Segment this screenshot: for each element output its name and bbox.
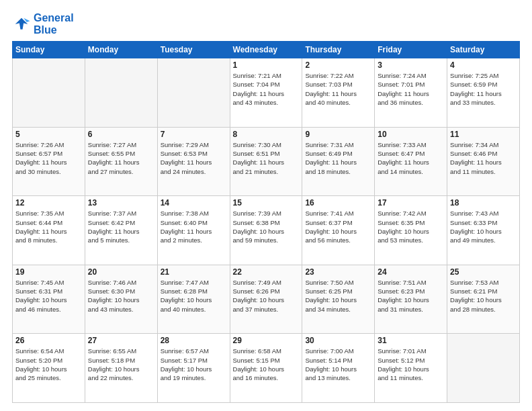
day-number: 3 [378, 60, 444, 70]
day-info: Sunrise: 7:24 AM Sunset: 7:01 PM Dayligh… [378, 71, 444, 107]
day-info: Sunrise: 7:26 AM Sunset: 6:57 PM Dayligh… [15, 140, 82, 176]
day-info: Sunrise: 7:43 AM Sunset: 6:33 PM Dayligh… [450, 209, 517, 244]
calendar-week-5: 26Sunrise: 6:54 AM Sunset: 5:20 PM Dayli… [13, 334, 520, 403]
day-info: Sunrise: 7:45 AM Sunset: 6:31 PM Dayligh… [15, 278, 82, 314]
calendar-cell: 30Sunrise: 7:00 AM Sunset: 5:14 PM Dayli… [302, 334, 375, 403]
day-number: 10 [378, 130, 444, 139]
day-number: 13 [88, 198, 154, 208]
calendar-week-3: 12Sunrise: 7:35 AM Sunset: 6:44 PM Dayli… [13, 196, 520, 265]
day-info: Sunrise: 7:38 AM Sunset: 6:40 PM Dayligh… [161, 209, 227, 244]
page: General Blue SundayMondayTuesdayWednesda… [0, 0, 532, 411]
day-number: 21 [161, 267, 227, 277]
day-number: 26 [15, 336, 82, 345]
calendar-table: SundayMondayTuesdayWednesdayThursdayFrid… [12, 41, 520, 403]
calendar-cell: 6Sunrise: 7:27 AM Sunset: 6:55 PM Daylig… [85, 127, 157, 196]
calendar-cell: 27Sunrise: 6:55 AM Sunset: 5:18 PM Dayli… [85, 334, 157, 403]
day-number: 2 [305, 60, 371, 70]
calendar-cell: 10Sunrise: 7:33 AM Sunset: 6:47 PM Dayli… [375, 127, 447, 196]
calendar-cell: 13Sunrise: 7:37 AM Sunset: 6:42 PM Dayli… [85, 196, 157, 265]
calendar-cell: 14Sunrise: 7:38 AM Sunset: 6:40 PM Dayli… [157, 196, 230, 265]
calendar-cell: 5Sunrise: 7:26 AM Sunset: 6:57 PM Daylig… [13, 127, 85, 196]
day-number: 20 [88, 267, 154, 277]
calendar-cell: 12Sunrise: 7:35 AM Sunset: 6:44 PM Dayli… [13, 196, 85, 265]
day-number: 17 [378, 198, 444, 208]
weekday-header-sunday: Sunday [13, 42, 85, 58]
calendar-cell: 9Sunrise: 7:31 AM Sunset: 6:49 PM Daylig… [302, 127, 375, 196]
logo-text: General Blue [34, 12, 74, 36]
calendar-cell: 3Sunrise: 7:24 AM Sunset: 7:01 PM Daylig… [375, 58, 447, 128]
day-number: 6 [88, 130, 154, 139]
day-info: Sunrise: 7:50 AM Sunset: 6:25 PM Dayligh… [305, 278, 371, 314]
day-info: Sunrise: 7:41 AM Sunset: 6:37 PM Dayligh… [305, 209, 371, 244]
calendar-cell: 29Sunrise: 6:58 AM Sunset: 5:15 PM Dayli… [230, 334, 302, 403]
day-info: Sunrise: 7:51 AM Sunset: 6:23 PM Dayligh… [378, 278, 444, 314]
day-number: 18 [450, 198, 517, 208]
calendar-cell: 21Sunrise: 7:47 AM Sunset: 6:28 PM Dayli… [157, 265, 230, 334]
day-info: Sunrise: 7:33 AM Sunset: 6:47 PM Dayligh… [378, 140, 444, 176]
day-info: Sunrise: 7:31 AM Sunset: 6:49 PM Dayligh… [305, 140, 371, 176]
calendar-cell: 22Sunrise: 7:49 AM Sunset: 6:26 PM Dayli… [230, 265, 302, 334]
day-info: Sunrise: 6:54 AM Sunset: 5:20 PM Dayligh… [15, 347, 82, 382]
day-number: 27 [88, 336, 154, 345]
calendar-header-row: SundayMondayTuesdayWednesdayThursdayFrid… [13, 42, 520, 58]
day-info: Sunrise: 7:30 AM Sunset: 6:51 PM Dayligh… [233, 140, 300, 176]
day-number: 19 [15, 267, 82, 277]
calendar-cell: 1Sunrise: 7:21 AM Sunset: 7:04 PM Daylig… [230, 58, 302, 128]
day-number: 29 [233, 336, 300, 345]
weekday-header-tuesday: Tuesday [157, 42, 230, 58]
logo-icon [12, 15, 31, 34]
calendar-cell: 26Sunrise: 6:54 AM Sunset: 5:20 PM Dayli… [13, 334, 85, 403]
day-info: Sunrise: 7:46 AM Sunset: 6:30 PM Dayligh… [88, 278, 154, 314]
day-info: Sunrise: 7:21 AM Sunset: 7:04 PM Dayligh… [233, 71, 300, 107]
day-info: Sunrise: 7:34 AM Sunset: 6:46 PM Dayligh… [450, 140, 517, 176]
day-number: 22 [233, 267, 300, 277]
day-number: 28 [161, 336, 227, 345]
weekday-header-monday: Monday [85, 42, 157, 58]
logo: General Blue [12, 12, 74, 36]
weekday-header-friday: Friday [375, 42, 447, 58]
day-info: Sunrise: 7:42 AM Sunset: 6:35 PM Dayligh… [378, 209, 444, 244]
day-number: 23 [305, 267, 371, 277]
day-info: Sunrise: 7:00 AM Sunset: 5:14 PM Dayligh… [305, 347, 371, 382]
calendar-week-2: 5Sunrise: 7:26 AM Sunset: 6:57 PM Daylig… [13, 127, 520, 196]
calendar-cell [447, 334, 520, 403]
calendar-cell: 31Sunrise: 7:01 AM Sunset: 5:12 PM Dayli… [375, 334, 447, 403]
calendar-cell: 17Sunrise: 7:42 AM Sunset: 6:35 PM Dayli… [375, 196, 447, 265]
day-info: Sunrise: 7:27 AM Sunset: 6:55 PM Dayligh… [88, 140, 154, 176]
calendar-cell: 4Sunrise: 7:25 AM Sunset: 6:59 PM Daylig… [447, 58, 520, 128]
day-info: Sunrise: 7:35 AM Sunset: 6:44 PM Dayligh… [15, 209, 82, 244]
weekday-header-thursday: Thursday [302, 42, 375, 58]
day-number: 8 [233, 130, 300, 139]
calendar-cell [85, 58, 157, 128]
day-number: 12 [15, 198, 82, 208]
calendar-cell: 23Sunrise: 7:50 AM Sunset: 6:25 PM Dayli… [302, 265, 375, 334]
day-number: 25 [450, 267, 517, 277]
calendar-cell: 7Sunrise: 7:29 AM Sunset: 6:53 PM Daylig… [157, 127, 230, 196]
day-info: Sunrise: 7:47 AM Sunset: 6:28 PM Dayligh… [161, 278, 227, 314]
weekday-header-saturday: Saturday [447, 42, 520, 58]
calendar-cell [13, 58, 85, 128]
calendar-cell: 15Sunrise: 7:39 AM Sunset: 6:38 PM Dayli… [230, 196, 302, 265]
calendar-cell: 8Sunrise: 7:30 AM Sunset: 6:51 PM Daylig… [230, 127, 302, 196]
day-number: 14 [161, 198, 227, 208]
day-info: Sunrise: 7:49 AM Sunset: 6:26 PM Dayligh… [233, 278, 300, 314]
calendar-cell: 24Sunrise: 7:51 AM Sunset: 6:23 PM Dayli… [375, 265, 447, 334]
day-number: 7 [161, 130, 227, 139]
day-info: Sunrise: 7:25 AM Sunset: 6:59 PM Dayligh… [450, 71, 517, 107]
day-info: Sunrise: 7:01 AM Sunset: 5:12 PM Dayligh… [378, 347, 444, 382]
calendar-cell: 20Sunrise: 7:46 AM Sunset: 6:30 PM Dayli… [85, 265, 157, 334]
day-info: Sunrise: 7:53 AM Sunset: 6:21 PM Dayligh… [450, 278, 517, 314]
calendar-cell: 11Sunrise: 7:34 AM Sunset: 6:46 PM Dayli… [447, 127, 520, 196]
day-info: Sunrise: 7:37 AM Sunset: 6:42 PM Dayligh… [88, 209, 154, 244]
day-number: 5 [15, 130, 82, 139]
day-info: Sunrise: 6:58 AM Sunset: 5:15 PM Dayligh… [233, 347, 300, 382]
day-number: 9 [305, 130, 371, 139]
day-number: 31 [378, 336, 444, 345]
day-info: Sunrise: 7:39 AM Sunset: 6:38 PM Dayligh… [233, 209, 300, 244]
day-info: Sunrise: 6:57 AM Sunset: 5:17 PM Dayligh… [161, 347, 227, 382]
calendar-cell: 18Sunrise: 7:43 AM Sunset: 6:33 PM Dayli… [447, 196, 520, 265]
calendar-cell: 2Sunrise: 7:22 AM Sunset: 7:03 PM Daylig… [302, 58, 375, 128]
day-number: 4 [450, 60, 517, 70]
day-number: 30 [305, 336, 371, 345]
day-info: Sunrise: 7:29 AM Sunset: 6:53 PM Dayligh… [161, 140, 227, 176]
